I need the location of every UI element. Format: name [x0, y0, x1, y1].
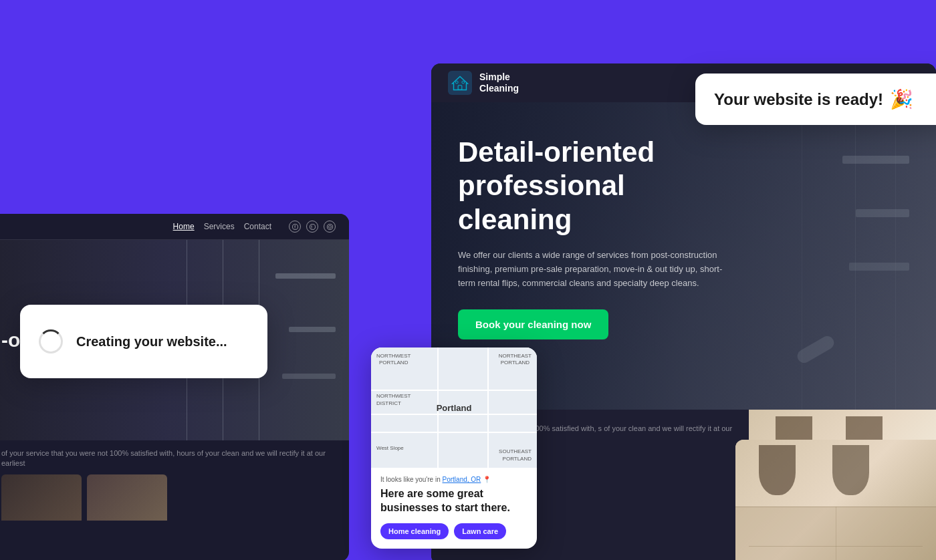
map-road-v2: [487, 347, 489, 468]
ready-popup-emoji: 🎉: [890, 88, 913, 110]
logo-name-line1: Simple: [479, 72, 519, 83]
nav-services[interactable]: Services: [204, 222, 235, 231]
businesses-heading: Here are some great businesses to start …: [380, 487, 528, 515]
map-label-ne-portland: NORTHEAST PORTLAND: [499, 353, 532, 367]
thumbnail-2: [87, 474, 167, 521]
svg-text:f: f: [294, 224, 296, 229]
map-road-h2: [371, 414, 537, 415]
left-service-text: of your service that you were not 100% s…: [1, 448, 336, 469]
left-bottom-section: of your service that you were not 100% s…: [0, 440, 349, 521]
logo-area: Simple Cleaning: [447, 70, 519, 96]
location-intro: It looks like you're in: [380, 476, 441, 483]
location-text: It looks like you're in Portland, OR 📍: [380, 476, 528, 483]
logo-icon: [447, 70, 473, 96]
ready-popup: Your website is ready! 🎉: [695, 74, 936, 125]
shelf-2: [289, 327, 336, 332]
left-nav-links: Home Services Contact: [173, 222, 271, 231]
left-nav-bar: Home Services Contact f t: [0, 214, 349, 240]
map-label-west-slope: West Slope: [376, 445, 404, 451]
map-road-h3: [371, 432, 537, 433]
svg-rect-5: [328, 225, 331, 228]
location-popup: NORTHWEST PORTLAND NORTHEAST PORTLAND Po…: [371, 347, 537, 549]
logo-name-line2: Cleaning: [479, 83, 519, 94]
map-label-nw-district: NORTHWEST DISTRICT: [376, 393, 411, 407]
creating-popup-text: Creating your website...: [76, 334, 227, 349]
hero-heading-line1: Detail-oriented: [458, 136, 655, 168]
kitchen-lamp-left: [759, 445, 796, 495]
hero-description: We offer our clients a wide range of ser…: [458, 249, 739, 290]
lawn-care-button[interactable]: Lawn care: [454, 523, 506, 539]
ready-popup-text: Your website is ready! 🎉: [714, 88, 931, 110]
location-link[interactable]: Portland, OR: [443, 476, 481, 483]
hero-heading-line2: professional cleaning: [458, 170, 625, 235]
twitter-icon[interactable]: t: [306, 221, 318, 233]
map-label-portland: Portland: [437, 403, 472, 413]
facebook-icon[interactable]: f: [289, 221, 301, 233]
map-road-h1: [371, 390, 537, 391]
left-website-preview: Home Services Contact f t: [0, 214, 349, 560]
book-cleaning-button[interactable]: Book your cleaning now: [458, 309, 608, 339]
thumbnail-1: [1, 474, 82, 521]
cabinet-divider: [836, 507, 836, 560]
svg-rect-6: [448, 71, 472, 95]
nav-home[interactable]: Home: [173, 222, 195, 231]
ready-popup-label: Your website is ready!: [714, 90, 883, 109]
creating-popup: Creating your website...: [20, 305, 267, 378]
map-area: NORTHWEST PORTLAND NORTHEAST PORTLAND Po…: [371, 347, 537, 468]
svg-point-4: [327, 224, 332, 229]
location-popup-content: It looks like you're in Portland, OR 📍 H…: [371, 468, 537, 549]
nav-contact[interactable]: Contact: [244, 222, 271, 231]
loading-spinner: [39, 329, 63, 354]
social-icons: f t: [289, 221, 336, 233]
instagram-icon[interactable]: [324, 221, 336, 233]
map-label-se-portland: SOUTHEAST PORTLAND: [499, 448, 532, 462]
logo-text: Simple Cleaning: [479, 72, 519, 94]
hero-content: Detail-oriented professional cleaning We…: [458, 136, 739, 339]
kitchen-lamp-right: [832, 445, 869, 495]
home-cleaning-button[interactable]: Home cleaning: [380, 523, 449, 539]
shelf-1: [275, 273, 336, 279]
shelf-3: [282, 374, 336, 379]
hero-heading: Detail-oriented professional cleaning: [458, 136, 739, 237]
pin-icon: 📍: [483, 476, 491, 483]
svg-text:t: t: [311, 224, 312, 229]
service-buttons: Home cleaning Lawn care: [380, 523, 528, 539]
bottom-right-kitchen-image: [735, 440, 936, 560]
map-label-nw-portland: NORTHWEST PORTLAND: [376, 353, 411, 367]
thumbnail-row: [1, 474, 336, 521]
